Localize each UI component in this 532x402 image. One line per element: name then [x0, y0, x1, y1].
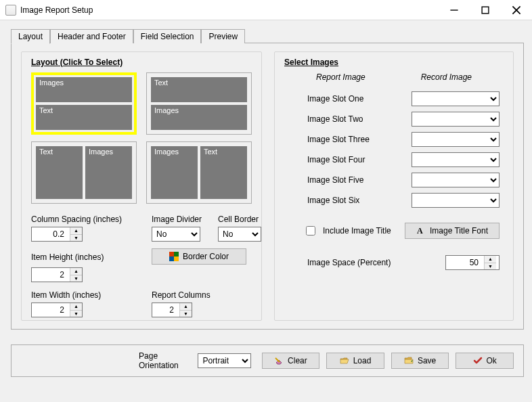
spin-down[interactable]: ▼ — [485, 263, 496, 270]
border-color-button[interactable]: Border Color — [152, 248, 246, 265]
layout-group-title: Layout (Click To Select) — [31, 58, 252, 67]
close-icon — [512, 5, 521, 15]
slot-one-select[interactable] — [412, 91, 500, 106]
clear-button-label: Clear — [288, 356, 307, 365]
item-width-label: Item Width (inches) — [31, 290, 146, 300]
tab-preview-label: Preview — [208, 32, 238, 41]
slot-two-label: Image Slot Two — [307, 114, 363, 124]
maximize-button[interactable] — [470, 0, 501, 20]
tab-bar: Layout Header and Footer Field Selection… — [11, 28, 524, 43]
spinner-buttons[interactable]: ▲▼ — [70, 227, 82, 241]
thumb-block-images: Images — [151, 105, 247, 130]
report-columns-spinner[interactable]: ▲▼ — [152, 303, 192, 317]
slot-row-5: Image Slot Five — [284, 170, 504, 190]
svg-rect-5 — [174, 252, 179, 256]
item-height-spinner[interactable]: ▲▼ — [31, 267, 83, 282]
folder-open-icon — [340, 356, 349, 365]
thumb-block-images: Images — [85, 146, 132, 199]
spin-up[interactable]: ▲ — [485, 256, 496, 263]
spin-down[interactable]: ▼ — [70, 235, 82, 242]
item-width-input[interactable] — [32, 303, 70, 317]
tab-field-selection-label: Field Selection — [141, 32, 194, 41]
tab-preview[interactable]: Preview — [201, 29, 245, 43]
image-space-spinner[interactable]: ▲▼ — [445, 255, 500, 270]
spin-up[interactable]: ▲ — [180, 303, 192, 311]
svg-rect-4 — [169, 252, 174, 256]
layout-controls: Column Spacing (inches) Image Divider Ce… — [31, 215, 252, 317]
ok-button-label: Ok — [487, 356, 497, 365]
thumb-block-images: Images — [151, 146, 198, 199]
item-height-input[interactable] — [32, 268, 70, 282]
app-icon — [5, 5, 16, 16]
column-spacing-input[interactable] — [32, 227, 70, 241]
slot-row-4: Image Slot Four — [284, 150, 504, 170]
slot-four-label: Image Slot Four — [307, 155, 365, 164]
layout-option-text-over-images[interactable]: Text Images — [146, 72, 252, 135]
slot-five-select[interactable] — [412, 173, 500, 187]
cell-border-label: Cell Border — [218, 215, 265, 224]
spin-up[interactable]: ▲ — [70, 227, 82, 235]
layout-option-images-over-text[interactable]: Images Text — [31, 72, 137, 135]
image-space-input[interactable] — [446, 256, 484, 269]
spin-down[interactable]: ▼ — [70, 275, 82, 282]
thumb-block-text: Text — [151, 77, 247, 102]
spinner-buttons[interactable]: ▲▼ — [70, 303, 82, 317]
image-space-label: Image Space (Percent) — [307, 258, 391, 267]
tab-panel-layout: Layout (Click To Select) Images Text Tex… — [11, 43, 524, 330]
svg-rect-7 — [174, 256, 179, 261]
slot-two-select[interactable] — [412, 112, 500, 127]
slot-row-6: Image Slot Six — [284, 190, 504, 210]
ok-button[interactable]: Ok — [456, 353, 514, 369]
slot-four-select[interactable] — [412, 152, 500, 167]
close-button[interactable] — [501, 0, 532, 20]
layout-option-text-left-images-right[interactable]: Text Images — [31, 141, 137, 204]
thumb-block-text: Text — [200, 146, 247, 199]
titlebar: Image Report Setup — [0, 0, 532, 20]
tab-layout[interactable]: Layout — [11, 29, 50, 44]
tab-field-selection[interactable]: Field Selection — [133, 29, 202, 43]
spin-down[interactable]: ▼ — [180, 311, 192, 317]
window-title: Image Report Setup — [20, 5, 439, 15]
spin-down[interactable]: ▼ — [70, 311, 82, 317]
spin-up[interactable]: ▲ — [70, 268, 82, 275]
slot-one-label: Image Slot One — [307, 94, 363, 104]
layout-option-images-left-text-right[interactable]: Images Text — [146, 141, 252, 204]
spinner-buttons[interactable]: ▲▼ — [179, 303, 192, 317]
image-headers: Report Image Record Image — [288, 72, 500, 82]
column-spacing-label: Column Spacing (inches) — [31, 215, 146, 224]
include-image-title-checkbox[interactable] — [306, 226, 315, 236]
bottom-bar: Page Orientation Portrait Clear Load — [11, 344, 524, 377]
report-columns-input[interactable] — [152, 303, 179, 317]
color-swatch-icon — [169, 252, 179, 261]
clear-button[interactable]: Clear — [262, 353, 320, 369]
minimize-button[interactable] — [439, 0, 470, 20]
spin-up[interactable]: ▲ — [70, 303, 82, 311]
check-icon — [473, 356, 483, 365]
minimize-icon — [449, 5, 459, 15]
save-button[interactable]: Save — [391, 353, 449, 369]
layout-thumbnails: Images Text Text Images Text Images Imag… — [31, 72, 252, 204]
svg-rect-6 — [169, 256, 174, 261]
image-divider-select[interactable]: No — [152, 227, 200, 242]
save-button-label: Save — [418, 356, 436, 365]
page-orientation-select[interactable]: Portrait — [198, 353, 250, 368]
font-icon: A — [416, 226, 426, 236]
tab-header-footer[interactable]: Header and Footer — [50, 29, 133, 43]
border-color-button-label: Border Color — [183, 252, 229, 261]
image-title-font-button[interactable]: A Image Title Font — [405, 223, 500, 239]
slot-three-select[interactable] — [412, 132, 500, 147]
item-width-spinner[interactable]: ▲▼ — [31, 303, 83, 317]
column-spacing-spinner[interactable]: ▲▼ — [31, 227, 83, 242]
load-button-label: Load — [353, 356, 372, 365]
maximize-icon — [481, 5, 490, 15]
slot-six-select[interactable] — [412, 193, 500, 208]
spinner-buttons[interactable]: ▲▼ — [484, 256, 496, 269]
spinner-buttons[interactable]: ▲▼ — [70, 268, 82, 282]
item-height-label: Item Height (inches) — [31, 252, 146, 262]
thumb-block-text: Text — [36, 105, 132, 130]
report-columns-label: Report Columns — [152, 290, 265, 300]
image-space-row: Image Space (Percent) ▲▼ — [284, 239, 504, 270]
load-button[interactable]: Load — [326, 353, 384, 369]
cell-border-select[interactable]: No — [218, 227, 261, 242]
thumb-block-images: Images — [36, 77, 132, 102]
